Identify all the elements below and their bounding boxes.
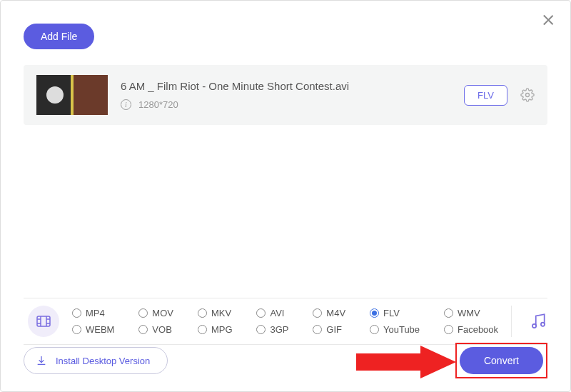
format-radio-flv[interactable]: FLV (370, 308, 425, 318)
format-label: MKV (211, 308, 231, 318)
radio-circle-icon (370, 325, 379, 334)
radio-circle-icon (313, 308, 322, 318)
format-radio-gif[interactable]: GIF (313, 324, 351, 335)
convert-button[interactable]: Convert (460, 347, 543, 374)
radio-circle-icon (444, 308, 453, 318)
format-label: 3GP (270, 324, 288, 335)
radio-circle-icon (313, 325, 322, 334)
format-radio-youtube[interactable]: YouTube (370, 324, 425, 335)
format-radio-webm[interactable]: WEBM (72, 324, 120, 335)
format-radio-facebook[interactable]: Facebook (444, 324, 504, 335)
radio-circle-icon (444, 325, 453, 334)
audio-category-icon[interactable] (511, 306, 547, 337)
svg-rect-1 (37, 316, 50, 326)
format-label: WMV (458, 308, 480, 318)
format-label: GIF (326, 324, 342, 335)
radio-circle-icon (256, 325, 266, 334)
format-radio-mpg[interactable]: MPG (198, 324, 238, 335)
video-category-icon[interactable] (28, 306, 59, 337)
radio-circle-icon (72, 325, 81, 334)
radio-circle-icon (256, 308, 266, 318)
svg-point-8 (532, 324, 536, 328)
radio-circle-icon (198, 308, 207, 318)
radio-circle-icon (72, 308, 81, 318)
file-title: 6 AM _ Film Riot - One Minute Short Cont… (121, 80, 451, 92)
format-label: VOB (152, 324, 171, 335)
file-resolution: 1280*720 (138, 99, 178, 110)
format-selection-panel: MP4MOVMKVAVIM4VFLVWMVWEBMVOBMPG3GPGIFYou… (24, 298, 547, 345)
radio-circle-icon (370, 308, 379, 318)
format-radio-mp4[interactable]: MP4 (72, 308, 120, 318)
install-desktop-button[interactable]: Install Desktop Version (24, 347, 168, 374)
format-radio-3gp[interactable]: 3GP (256, 324, 294, 335)
radio-circle-icon (198, 325, 207, 334)
format-label: FLV (383, 308, 400, 318)
format-radio-m4v[interactable]: M4V (313, 308, 351, 318)
format-radio-mkv[interactable]: MKV (198, 308, 238, 318)
convert-highlight-box: Convert (455, 343, 547, 378)
format-label: MOV (152, 308, 173, 318)
format-radio-vob[interactable]: VOB (138, 324, 179, 335)
format-label: MP4 (86, 308, 105, 318)
close-icon[interactable] (542, 14, 555, 26)
install-desktop-label: Install Desktop Version (56, 356, 150, 366)
video-thumbnail (36, 75, 108, 115)
download-icon (36, 355, 47, 366)
add-file-button[interactable]: Add File (24, 24, 94, 49)
format-radio-avi[interactable]: AVI (256, 308, 294, 318)
svg-point-0 (526, 94, 530, 97)
info-icon[interactable]: i (121, 99, 131, 110)
format-label: Facebook (458, 324, 498, 335)
format-label: M4V (326, 308, 345, 318)
radio-circle-icon (138, 325, 148, 334)
format-label: MPG (211, 324, 233, 335)
gear-icon[interactable] (520, 88, 535, 102)
file-list-item: 6 AM _ Film Riot - One Minute Short Cont… (24, 65, 547, 125)
radio-circle-icon (138, 308, 148, 318)
format-label: YouTube (383, 324, 420, 335)
format-label: AVI (270, 308, 284, 318)
format-tag-button[interactable]: FLV (464, 85, 507, 106)
format-radio-wmv[interactable]: WMV (444, 308, 504, 318)
format-label: WEBM (86, 324, 114, 335)
format-radio-mov[interactable]: MOV (138, 308, 179, 318)
svg-point-9 (541, 323, 545, 326)
